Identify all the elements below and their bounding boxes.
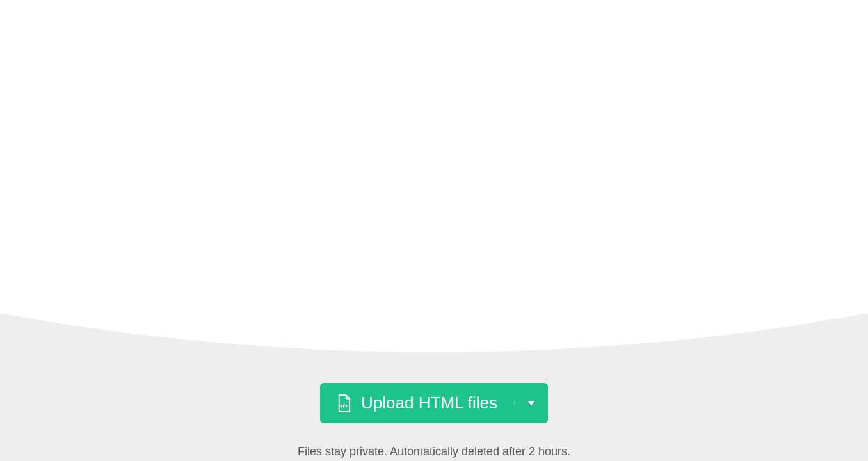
upload-options-caret[interactable] [514,401,548,405]
file-code-icon [337,394,351,412]
upload-html-files-button[interactable]: Upload HTML files [320,383,548,423]
caret-down-icon [527,401,535,405]
info-line-1: Files stay private. Automatically delete… [0,445,868,458]
info-text: Files stay private. Automatically delete… [0,445,868,461]
upload-button-label: Upload HTML files [361,393,497,413]
upload-area: Upload HTML files Files stay private. Au… [0,314,868,461]
